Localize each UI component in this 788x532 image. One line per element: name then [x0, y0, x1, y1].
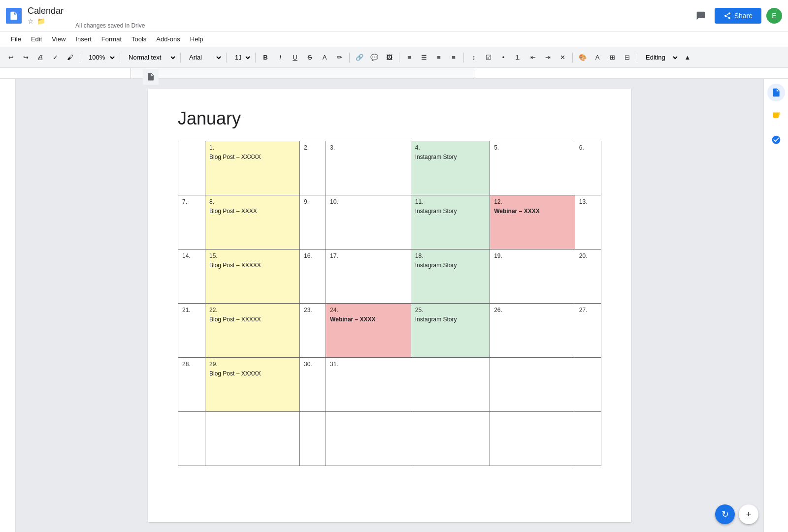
menu-insert[interactable]: Insert — [70, 33, 97, 45]
calendar-cell[interactable] — [575, 412, 601, 466]
style-select[interactable]: Normal text — [123, 51, 177, 64]
calendar-cell[interactable]: 21. — [178, 304, 205, 358]
calendar-cell[interactable]: 25.Instagram Story — [411, 304, 490, 358]
page-thumbnail-icon[interactable] — [143, 79, 159, 85]
align-left-button[interactable]: ≡ — [402, 51, 416, 64]
sidebar-tasks-icon[interactable] — [767, 131, 785, 149]
align-center-button[interactable]: ☰ — [417, 51, 431, 64]
calendar-cell[interactable]: 13. — [575, 195, 601, 250]
table-options-button[interactable]: ⊟ — [620, 51, 634, 64]
link-button[interactable]: 🔗 — [353, 51, 366, 64]
calendar-cell[interactable] — [490, 412, 575, 466]
calendar-cell[interactable]: 7. — [178, 195, 205, 250]
calendar-cell[interactable] — [178, 141, 205, 195]
calendar-cell[interactable]: 15.Blog Post – XXXXX — [205, 250, 300, 304]
calendar-cell[interactable]: 8.Blog Post – XXXX — [205, 195, 300, 250]
calendar-cell[interactable] — [411, 358, 490, 412]
menu-format[interactable]: Format — [97, 33, 127, 45]
calendar-cell[interactable]: 22.Blog Post – XXXXX — [205, 304, 300, 358]
columns-button[interactable]: ⊞ — [605, 51, 619, 64]
calendar-cell[interactable]: 19. — [490, 250, 575, 304]
numbered-list-button[interactable]: 1. — [511, 51, 525, 64]
menu-file[interactable]: File — [6, 33, 26, 45]
image-button[interactable]: 🖼 — [382, 51, 396, 64]
calendar-cell[interactable]: 27. — [575, 304, 601, 358]
print-button[interactable]: 🖨 — [33, 51, 47, 64]
document-area[interactable]: January 1.Blog Post – XXXXX2.3.4.Instagr… — [16, 79, 763, 532]
calendar-cell[interactable]: 23. — [299, 304, 326, 358]
calendar-cell[interactable] — [490, 358, 575, 412]
calendar-cell[interactable] — [299, 412, 326, 466]
calendar-cell[interactable]: 12.Webinar – XXXX — [490, 195, 575, 250]
menu-view[interactable]: View — [47, 33, 70, 45]
folder-icon[interactable]: 📁 — [37, 17, 45, 25]
bold-button[interactable]: B — [259, 51, 272, 64]
undo-button[interactable]: ↩ — [4, 51, 18, 64]
decrease-indent-button[interactable]: ⇤ — [526, 51, 540, 64]
editing-mode-select[interactable]: Editing — [640, 51, 680, 64]
calendar-cell[interactable]: 9. — [299, 195, 326, 250]
calendar-cell[interactable] — [326, 412, 411, 466]
text-color-btn2[interactable]: A — [591, 51, 604, 64]
spellcheck-button[interactable]: ✓ — [48, 51, 62, 64]
calendar-cell[interactable]: 6. — [575, 141, 601, 195]
calendar-cell[interactable]: 24.Webinar – XXXX — [326, 304, 411, 358]
calendar-cell[interactable]: 4.Instagram Story — [411, 141, 490, 195]
clear-format-button[interactable]: ✕ — [556, 51, 569, 64]
strikethrough-button[interactable]: S — [303, 51, 317, 64]
calendar-cell[interactable]: 28. — [178, 358, 205, 412]
toolbar-collapse-button[interactable]: ▲ — [681, 51, 694, 64]
calendar-cell[interactable]: 26. — [490, 304, 575, 358]
day-content: Blog Post – XXXXX — [209, 316, 261, 323]
document-title[interactable]: Calendar — [28, 6, 64, 16]
calendar-cell[interactable] — [205, 412, 300, 466]
background-color-button[interactable]: 🎨 — [576, 51, 590, 64]
underline-button[interactable]: U — [288, 51, 302, 64]
calendar-cell[interactable] — [411, 412, 490, 466]
share-button[interactable]: Share — [715, 8, 761, 24]
star-icon[interactable]: ☆ — [28, 17, 34, 25]
comment-button[interactable] — [692, 7, 710, 25]
comment-inline-button[interactable]: 💬 — [367, 51, 381, 64]
font-select[interactable]: Arial — [184, 51, 223, 64]
menu-addons[interactable]: Add-ons — [151, 33, 185, 45]
add-button[interactable]: + — [739, 504, 758, 524]
redo-button[interactable]: ↪ — [19, 51, 33, 64]
calendar-cell[interactable]: 20. — [575, 250, 601, 304]
calendar-cell[interactable]: 17. — [326, 250, 411, 304]
calendar-cell[interactable] — [178, 412, 205, 466]
calendar-cell[interactable] — [575, 358, 601, 412]
zoom-select[interactable]: 100% — [83, 51, 117, 64]
sidebar-docs-icon[interactable] — [767, 84, 785, 101]
bullet-list-button[interactable]: • — [496, 51, 510, 64]
italic-button[interactable]: I — [273, 51, 287, 64]
text-color-button[interactable]: A — [318, 51, 331, 64]
paint-format-button[interactable]: 🖌 — [63, 51, 77, 64]
calendar-cell[interactable]: 1.Blog Post – XXXXX — [205, 141, 300, 195]
calendar-cell[interactable]: 11.Instagram Story — [411, 195, 490, 250]
align-right-button[interactable]: ≡ — [432, 51, 446, 64]
calendar-cell[interactable]: 29.Blog Post – XXXXX — [205, 358, 300, 412]
menu-tools[interactable]: Tools — [127, 33, 151, 45]
calendar-cell[interactable]: 3. — [326, 141, 411, 195]
increase-indent-button[interactable]: ⇥ — [541, 51, 555, 64]
day-content: Instagram Story — [415, 208, 457, 215]
sidebar-notes-icon[interactable] — [767, 107, 785, 125]
calendar-cell[interactable]: 18.Instagram Story — [411, 250, 490, 304]
calendar-cell[interactable]: 30. — [299, 358, 326, 412]
highlight-button[interactable]: ✏ — [332, 51, 346, 64]
line-spacing-button[interactable]: ↕ — [467, 51, 481, 64]
calendar-cell[interactable]: 31. — [326, 358, 411, 412]
menu-edit[interactable]: Edit — [26, 33, 47, 45]
calendar-cell[interactable]: 5. — [490, 141, 575, 195]
user-avatar[interactable]: E — [766, 8, 782, 24]
calendar-cell[interactable]: 2. — [299, 141, 326, 195]
calendar-cell[interactable]: 10. — [326, 195, 411, 250]
calendar-cell[interactable]: 14. — [178, 250, 205, 304]
align-justify-button[interactable]: ≡ — [447, 51, 460, 64]
calendar-cell[interactable]: 16. — [299, 250, 326, 304]
size-select[interactable]: 11 — [230, 51, 252, 64]
checklist-button[interactable]: ☑ — [482, 51, 495, 64]
menu-help[interactable]: Help — [185, 33, 208, 45]
refresh-button[interactable]: ↻ — [715, 504, 735, 524]
